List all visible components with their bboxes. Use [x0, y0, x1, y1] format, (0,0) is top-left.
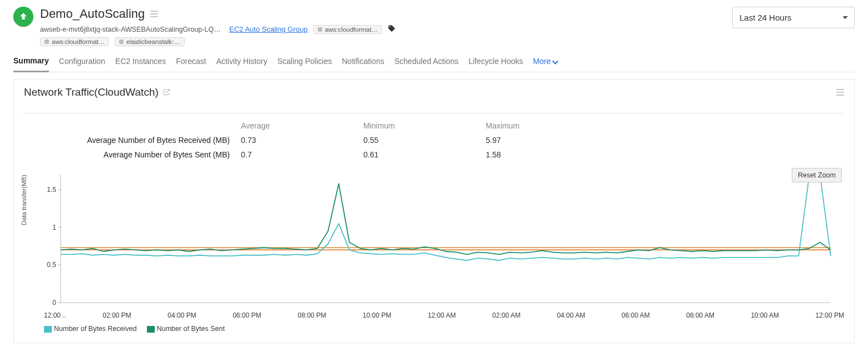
tab-notifications[interactable]: Notifications [342, 57, 384, 71]
tabs: SummaryConfigurationEC2 InstancesForecas… [13, 56, 855, 72]
stats-column-header: Minimum [363, 121, 486, 130]
stats-cell: 1.58 [486, 150, 608, 159]
chart-legend: Number of Bytes ReceivedNumber of Bytes … [44, 325, 844, 333]
page-title: Demo_AutoScaling [40, 7, 145, 21]
svg-text:1: 1 [52, 224, 56, 231]
x-axis-ticks: 12:00 ..02:00 PM04:00 PM06:00 PM08:00 PM… [44, 311, 844, 319]
svg-text:0.5: 0.5 [47, 261, 56, 269]
stats-cell: 0.55 [363, 136, 486, 145]
stats-cell: 0.7 [241, 150, 363, 159]
tab-forecast[interactable]: Forecast [176, 57, 206, 71]
stats-row-label: Average Number of Bytes Sent (MB) [24, 150, 241, 159]
tab-lifecycle-hooks[interactable]: Lifecycle Hooks [468, 57, 523, 71]
panel-menu-icon[interactable] [836, 89, 844, 96]
tab-ec2-instances[interactable]: EC2 Instances [115, 57, 166, 71]
tab-activity-history[interactable]: Activity History [216, 57, 268, 71]
tag-chip[interactable]: aws:cloudformat… [40, 37, 109, 46]
reset-zoom-button[interactable]: Reset Zoom [792, 168, 842, 182]
tag-chip[interactable]: aws:cloudformat… [313, 25, 382, 34]
stats-column-header: Average [241, 121, 363, 130]
stats-cell: 0.73 [241, 136, 363, 145]
tab-scaling-policies[interactable]: Scaling Policies [277, 57, 332, 71]
svg-text:1.5: 1.5 [47, 186, 56, 194]
stats-row-label: Average Number of Bytes Received (MB) [24, 136, 241, 145]
svg-text:0: 0 [52, 299, 56, 306]
resource-id: awseb-e-mvt6j8xtjq-stack-AWSEBAutoScalin… [40, 26, 224, 33]
line-chart[interactable]: 00.511.5 [44, 169, 834, 308]
stats-cell: 5.97 [486, 136, 608, 145]
group-type-link[interactable]: EC2 Auto Scaling Group [229, 25, 308, 33]
title-menu-icon[interactable] [150, 11, 158, 17]
legend-item[interactable]: Number of Bytes Sent [147, 325, 225, 333]
tab-summary[interactable]: Summary [13, 56, 49, 72]
y-axis-label: Data transfer(MB) [21, 175, 27, 225]
legend-item[interactable]: Number of Bytes Received [44, 325, 137, 333]
time-range-select[interactable]: Last 24 Hours [732, 7, 855, 28]
panel-title: Network Traffic(CloudWatch) [24, 86, 159, 98]
stats-table: AverageMinimumMaximumAverage Number of B… [24, 113, 844, 159]
popout-icon[interactable] [163, 86, 170, 98]
stats-cell: 0.61 [363, 150, 486, 159]
tab-configuration[interactable]: Configuration [59, 57, 105, 71]
tag-icon[interactable] [388, 24, 396, 34]
tab-scheduled-actions[interactable]: Scheduled Actions [394, 57, 458, 71]
tab-more[interactable]: More [533, 57, 558, 71]
stats-column-header: Maximum [486, 121, 608, 130]
tag-chip[interactable]: elasticbeanstalk:… [115, 37, 185, 46]
status-up-icon [13, 7, 33, 27]
